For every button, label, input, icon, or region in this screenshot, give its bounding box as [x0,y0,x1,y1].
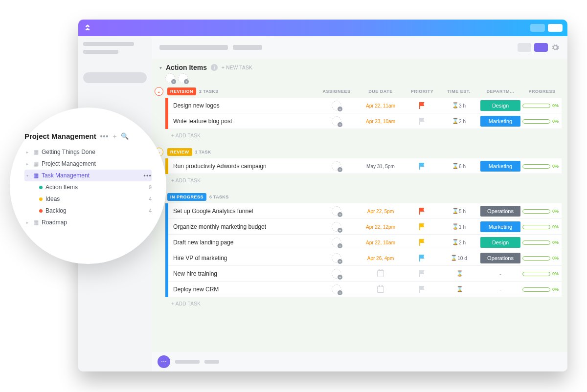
assignee-cell[interactable] [317,101,356,110]
priority-cell[interactable] [405,118,439,125]
assignee-cell[interactable] [317,238,356,247]
time-estimate[interactable]: 2 h [439,240,478,245]
task-row[interactable]: Organize monthly marketing budget Apr 22… [165,219,562,235]
progress-cell[interactable]: 0% [522,287,562,292]
collapse-caret-icon[interactable]: ▾ [159,65,162,70]
add-tag-icon[interactable] [165,73,175,83]
task-row[interactable]: Set up Google Analytics funnel Apr 22, 5… [165,203,562,219]
task-name[interactable]: Draft new landing page [168,239,317,246]
due-date[interactable]: Apr 22, 11am [356,103,405,109]
task-name[interactable]: Run productivity Adwords campaign [168,163,317,170]
tree-list-item[interactable]: Backlog 4 [24,205,152,217]
topbar-button-2[interactable] [548,24,563,32]
task-row[interactable]: Write feature blog post Apr 23, 10am 2 h… [165,113,562,129]
more-icon[interactable]: ••• [100,132,109,140]
add-task-link[interactable]: + ADD TASK [165,174,562,187]
department-tag[interactable]: Operations [480,253,520,263]
time-estimate-empty[interactable] [439,271,478,277]
department-tag[interactable]: - [480,284,520,295]
add-assignee-icon[interactable] [332,269,341,279]
sidebar-search[interactable] [83,72,147,83]
task-name[interactable]: Set up Google Analytics funnel [168,208,317,215]
add-assignee-icon[interactable] [332,222,341,232]
priority-cell[interactable] [405,255,439,261]
task-name[interactable]: Hire VP of marketing [168,255,317,261]
assignee-cell[interactable] [317,269,356,279]
department-tag[interactable]: - [480,268,520,279]
progress-cell[interactable]: 0% [522,271,562,276]
time-estimate[interactable]: 1 h [439,224,478,230]
task-name[interactable]: Write feature blog post [168,118,317,125]
progress-cell[interactable]: 0% [522,103,562,108]
search-icon[interactable]: 🔍 [121,132,129,140]
priority-cell[interactable] [405,102,439,109]
progress-cell[interactable]: 0% [522,224,562,229]
time-estimate-empty[interactable] [439,286,478,292]
time-estimate[interactable]: 2 h [439,118,478,124]
due-date[interactable]: Apr 23, 10am [356,119,405,124]
view-toggle-1[interactable] [518,43,531,52]
collapse-toggle-icon[interactable]: ⌄ [155,87,163,96]
due-date[interactable]: Apr 22, 12pm [356,224,405,230]
task-row[interactable]: New hire training - 0% [165,266,562,282]
status-chip[interactable]: IN PROGRESS [167,193,206,201]
add-assignee-icon[interactable] [332,161,341,171]
task-row[interactable]: Hire VP of marketing Apr 26, 4pm 10 d Op… [165,250,562,266]
task-name[interactable]: New hire training [168,270,317,277]
tree-folder-item[interactable]: ▦ Project Management [24,158,152,170]
due-date[interactable]: Apr 26, 4pm [356,256,405,261]
task-name[interactable]: Design new logos [168,102,317,109]
time-estimate[interactable]: 3 h [439,103,478,109]
task-name[interactable]: Deploy new CRM [168,286,317,293]
task-row[interactable]: Run productivity Adwords campaign May 31… [165,158,562,174]
progress-cell[interactable]: 0% [522,119,562,124]
task-row[interactable]: Draft new landing page Apr 22, 10am 2 h … [165,235,562,250]
task-name[interactable]: Organize monthly marketing budget [168,223,317,230]
task-row[interactable]: Design new logos Apr 22, 11am 3 h Design… [165,98,562,113]
new-task-link[interactable]: + NEW TASK [222,65,252,70]
priority-cell[interactable] [405,208,439,215]
time-estimate[interactable]: 5 h [439,208,478,214]
priority-cell[interactable] [405,239,439,246]
task-row[interactable]: Deploy new CRM - 0% [165,282,562,297]
due-date[interactable]: Apr 22, 10am [356,240,405,245]
assignee-cell[interactable] [317,161,356,171]
progress-cell[interactable]: 0% [522,256,562,261]
priority-cell[interactable] [405,163,439,170]
assignee-cell[interactable] [317,253,356,263]
add-assignee-icon[interactable] [178,73,188,83]
tree-folder-item[interactable]: ▦ Getting Things Done [24,146,152,158]
priority-cell[interactable] [405,270,439,277]
progress-cell[interactable]: 0% [522,164,562,169]
assignee-cell[interactable] [317,116,356,126]
department-tag[interactable]: Design [480,237,520,248]
due-date-empty[interactable] [356,270,405,277]
more-icon[interactable]: ••• [143,172,152,179]
add-assignee-icon[interactable] [332,284,341,294]
info-icon[interactable]: i [211,64,218,71]
department-tag[interactable]: Marketing [480,161,520,172]
department-tag[interactable]: Marketing [480,221,520,232]
priority-cell[interactable] [405,286,439,293]
tree-folder-item[interactable]: ▦ Task Management ••• [24,170,152,181]
status-chip[interactable]: REVISION [167,87,196,95]
add-task-link[interactable]: + ADD TASK [165,129,562,142]
time-estimate[interactable]: 6 h [439,163,478,169]
gear-icon[interactable] [551,43,560,52]
progress-cell[interactable]: 0% [522,209,562,214]
due-date-empty[interactable] [356,286,405,293]
add-assignee-icon[interactable] [332,253,341,263]
tree-folder-item[interactable]: ▦ Roadmap [24,217,152,228]
priority-cell[interactable] [405,223,439,230]
time-estimate[interactable]: 10 d [439,255,478,261]
chat-icon[interactable]: ⋯ [158,355,170,368]
add-assignee-icon[interactable] [332,206,341,216]
status-chip[interactable]: REVIEW [167,148,192,156]
tree-list-item[interactable]: Action Items 9 [24,181,152,193]
topbar-button-1[interactable] [530,24,545,32]
department-tag[interactable]: Marketing [480,116,520,127]
progress-cell[interactable]: 0% [522,240,562,245]
assignee-cell[interactable] [317,222,356,232]
department-tag[interactable]: Design [480,100,520,111]
due-date[interactable]: May 31, 5pm [356,164,405,169]
